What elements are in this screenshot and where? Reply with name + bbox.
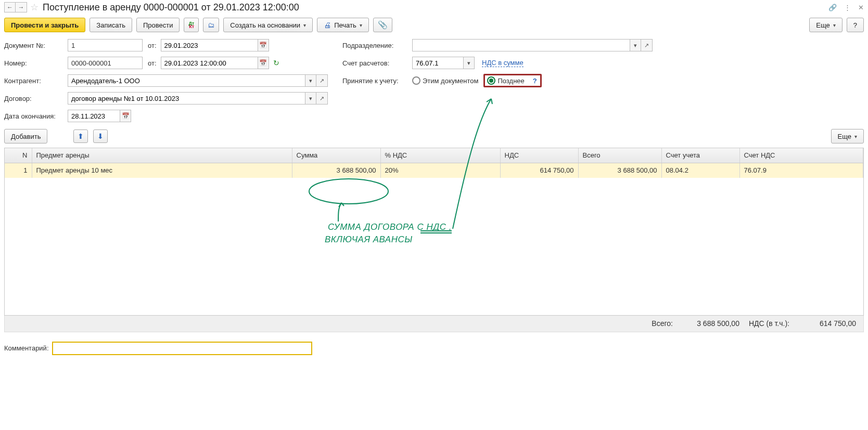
division-open-button[interactable]: ↗	[641, 39, 653, 51]
col-acc[interactable]: Счет учета	[661, 148, 739, 163]
nav-forward-button[interactable]: →	[16, 2, 27, 12]
create-based-button[interactable]: Создать на основании	[223, 18, 313, 32]
post-button[interactable]: Провести	[136, 18, 180, 32]
save-button[interactable]: Записать	[90, 18, 132, 32]
account-label: Счет расчетов:	[342, 59, 412, 67]
radio-checked-icon	[487, 76, 495, 85]
radio-icon	[412, 76, 420, 85]
post-and-close-button[interactable]: Провести и закрыть	[4, 18, 85, 32]
favorite-star-icon[interactable]: ☆	[30, 2, 39, 13]
move-up-button[interactable]: ⬆	[73, 129, 88, 143]
contract-open-button[interactable]: ↗	[316, 92, 328, 105]
col-total[interactable]: Всего	[578, 148, 661, 163]
from-label-2: от:	[148, 59, 157, 67]
col-sum[interactable]: Сумма	[292, 148, 380, 163]
structure-icon: 🗂	[208, 21, 214, 29]
table-row[interactable]: 1 Предмет аренды 10 мес 3 688 500,00 20%…	[5, 163, 863, 178]
cell-n: 1	[5, 163, 32, 178]
col-vat-pct[interactable]: % НДС	[380, 148, 500, 163]
cell-acc: 08.04.2	[661, 163, 739, 178]
doc-no-label: Документ №:	[4, 42, 68, 49]
radio-this-document[interactable]: Этим документом	[412, 76, 478, 85]
grid-more-button[interactable]: Еще	[831, 129, 864, 144]
calendar-icon[interactable]	[258, 39, 269, 51]
col-vat-acc[interactable]: Счет НДС	[739, 148, 863, 163]
vat-mode-link[interactable]: НДС в сумме	[482, 59, 524, 67]
col-subject[interactable]: Предмет аренды	[32, 148, 292, 163]
help-button[interactable]: ?	[847, 18, 864, 32]
link-icon[interactable]: 🔗	[828, 4, 837, 11]
col-vat[interactable]: НДС	[500, 148, 578, 163]
number-date-input[interactable]	[161, 57, 258, 69]
more-menu-icon[interactable]	[844, 4, 851, 11]
dtkt-button[interactable]: ДтКт	[184, 18, 199, 32]
items-grid: N Предмет аренды Сумма % НДС НДС Всего С…	[4, 148, 864, 316]
counterparty-dropdown-button[interactable]: ▾	[305, 74, 316, 87]
account-dropdown-button[interactable]: ▾	[463, 57, 475, 69]
radio-later[interactable]: Позднее	[487, 76, 524, 85]
from-label-1: от:	[148, 42, 157, 49]
counterparty-input[interactable]	[68, 74, 305, 87]
cell-vat: 614 750,00	[500, 163, 578, 178]
radio-this-document-label: Этим документом	[423, 77, 478, 85]
toolbar-more-button[interactable]: Еще	[809, 18, 842, 32]
division-input[interactable]	[412, 39, 630, 51]
paperclip-icon: 📎	[378, 20, 388, 30]
doc-date-input[interactable]	[161, 39, 258, 51]
move-down-button[interactable]: ⬇	[93, 129, 108, 143]
print-button[interactable]: 🖨 Печать	[317, 18, 369, 32]
vat-label: НДС (в т.ч.):	[749, 319, 789, 328]
end-date-input[interactable]	[68, 110, 120, 122]
cell-total: 3 688 500,00	[578, 163, 661, 178]
calendar-icon-2[interactable]	[258, 57, 269, 69]
comment-label: Комментарий:	[4, 344, 49, 352]
vat-value: 614 750,00	[799, 319, 856, 328]
end-date-label: Дата окончания:	[4, 112, 68, 120]
total-label: Всего:	[652, 319, 673, 328]
division-label: Подразделение:	[342, 42, 412, 49]
doc-no-input[interactable]	[68, 39, 143, 51]
attach-button[interactable]: 📎	[373, 18, 392, 32]
radio-later-label: Позднее	[497, 77, 524, 85]
number-label: Номер:	[4, 59, 68, 67]
account-input[interactable]	[412, 57, 463, 69]
calendar-icon-3[interactable]	[120, 110, 131, 122]
dtkt-icon: ДтКт	[188, 21, 194, 29]
number-input[interactable]	[68, 57, 143, 69]
col-n[interactable]: N	[5, 148, 32, 163]
print-label: Печать	[334, 21, 356, 29]
comment-input[interactable]	[52, 342, 312, 355]
contract-dropdown-button[interactable]: ▾	[305, 92, 316, 105]
help-icon[interactable]: ?	[533, 77, 537, 85]
accept-label: Принятие к учету:	[342, 77, 412, 85]
add-row-button[interactable]: Добавить	[4, 129, 47, 144]
close-icon[interactable]: ✕	[858, 4, 864, 11]
nav-back-button[interactable]: ←	[4, 2, 16, 12]
refresh-icon[interactable]: ↻	[273, 59, 279, 67]
cell-subject: Предмет аренды 10 мес	[32, 163, 292, 178]
counterparty-open-button[interactable]: ↗	[316, 74, 328, 87]
counterparty-label: Контрагент:	[4, 77, 68, 85]
totals-bar: Всего: 3 688 500,00 НДС (в т.ч.): 614 75…	[4, 316, 864, 332]
cell-vat-acc: 76.07.9	[739, 163, 863, 178]
total-value: 3 688 500,00	[682, 319, 739, 328]
cell-vat-pct: 20%	[380, 163, 500, 178]
printer-icon: 🖨	[324, 21, 331, 29]
cell-sum: 3 688 500,00	[292, 163, 380, 178]
division-dropdown-button[interactable]: ▾	[630, 39, 641, 51]
contract-input[interactable]	[68, 92, 305, 105]
structure-button[interactable]: 🗂	[203, 18, 219, 32]
page-title: Поступление в аренду 0000-000001 от 29.0…	[43, 2, 299, 13]
contract-label: Договор:	[4, 95, 68, 102]
